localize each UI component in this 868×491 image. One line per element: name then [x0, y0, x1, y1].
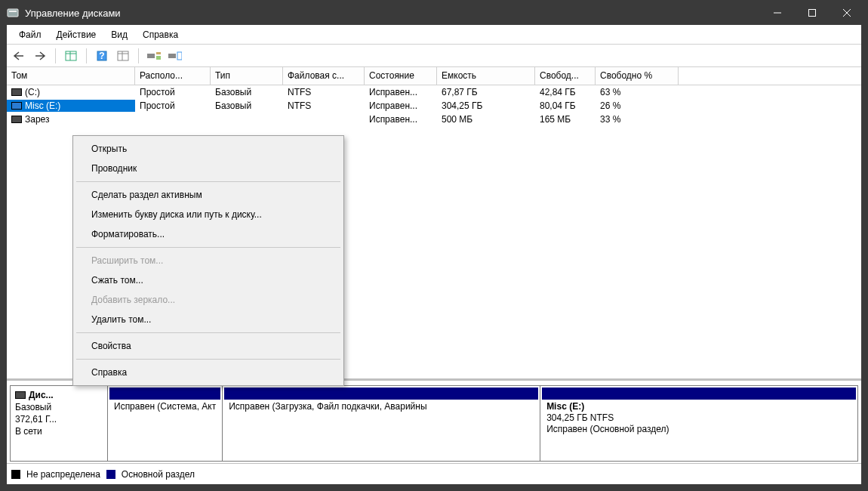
- partition-header: [109, 388, 220, 400]
- list-header: Том Располо... Тип Файловая с... Состоян…: [7, 67, 861, 85]
- drive-icon: [11, 116, 22, 123]
- vol-name: Misc (E:): [25, 100, 60, 111]
- ctx-explorer[interactable]: Проводник: [75, 159, 342, 178]
- refresh-icon[interactable]: [114, 47, 132, 65]
- separator: [55, 48, 56, 63]
- disk-graphical-view: Дис... Базовый 372,61 Г... В сети Исправ…: [7, 380, 861, 463]
- col-status[interactable]: Состояние: [365, 67, 437, 85]
- disk-info[interactable]: Дис... Базовый 372,61 Г... В сети: [10, 385, 108, 462]
- back-button[interactable]: [10, 47, 28, 65]
- vol-name: (C:): [25, 87, 40, 97]
- ctx-delete[interactable]: Удалить том...: [75, 310, 342, 329]
- list-row[interactable]: (C:) Простой Базовый NTFS Исправен... 67…: [7, 85, 861, 99]
- partition-header: [542, 388, 856, 400]
- ctx-format[interactable]: Форматировать...: [75, 224, 342, 244]
- svg-rect-16: [156, 56, 161, 60]
- list-body: (C:) Простой Базовый NTFS Исправен... 67…: [7, 85, 861, 126]
- ctx-open[interactable]: Открыть: [75, 139, 342, 159]
- ctx-separator: [76, 359, 340, 360]
- svg-rect-3: [809, 10, 816, 17]
- col-layout[interactable]: Располо...: [135, 67, 211, 85]
- ctx-help[interactable]: Справка: [75, 363, 342, 382]
- partition-box[interactable]: Исправен (Загрузка, Файл подкачки, Авари…: [223, 385, 540, 462]
- ctx-extend: Расширить том...: [75, 251, 342, 270]
- legend-primary-swatch: [106, 470, 115, 479]
- col-type[interactable]: Тип: [211, 67, 283, 85]
- legend-primary-label: Основной раздел: [122, 469, 195, 480]
- ctx-mirror: Добавить зеркало...: [75, 290, 342, 310]
- ctx-make-active[interactable]: Сделать раздел активным: [75, 185, 342, 205]
- svg-rect-17: [168, 54, 176, 58]
- svg-rect-14: [147, 54, 155, 58]
- col-capacity[interactable]: Емкость: [437, 67, 535, 85]
- partition-header: [224, 388, 538, 400]
- list-icon[interactable]: [145, 47, 163, 65]
- ctx-separator: [76, 332, 340, 333]
- menu-view[interactable]: Вид: [103, 26, 135, 43]
- window-title: Управление дисками: [25, 8, 760, 19]
- maximize-button[interactable]: [795, 1, 830, 25]
- toolbar: ?: [7, 45, 861, 67]
- svg-rect-0: [8, 9, 18, 17]
- menu-help[interactable]: Справка: [135, 26, 186, 43]
- help-icon[interactable]: ?: [93, 47, 111, 65]
- col-free[interactable]: Свобод...: [535, 67, 596, 85]
- app-icon: [7, 7, 19, 19]
- svg-rect-15: [156, 52, 161, 54]
- properties-icon[interactable]: [62, 47, 80, 65]
- col-fs[interactable]: Файловая с...: [283, 67, 365, 85]
- legend: Не распределена Основной раздел: [7, 463, 861, 484]
- minimize-button[interactable]: [760, 1, 795, 25]
- ctx-separator: [76, 181, 340, 182]
- legend-unallocated-swatch: [11, 470, 20, 479]
- col-volume[interactable]: Том: [7, 67, 135, 85]
- svg-rect-18: [177, 52, 182, 60]
- separator: [138, 48, 139, 63]
- drive-icon: [11, 88, 22, 96]
- drive-icon: [11, 102, 22, 110]
- ctx-properties[interactable]: Свойства: [75, 336, 342, 356]
- menu-file[interactable]: Файл: [11, 26, 49, 43]
- menubar: Файл Действие Вид Справка: [7, 25, 861, 45]
- list-row[interactable]: Зарез Исправен... 500 МБ 165 МБ 33 %: [7, 113, 861, 126]
- forward-button[interactable]: [31, 47, 49, 65]
- menu-action[interactable]: Действие: [49, 26, 104, 43]
- svg-rect-1: [9, 11, 17, 12]
- list-row[interactable]: Misc (E:) Простой Базовый NTFS Исправен.…: [7, 99, 861, 113]
- legend-unallocated-label: Не распределена: [26, 469, 100, 480]
- svg-text:?: ?: [99, 51, 104, 61]
- context-menu: Открыть Проводник Сделать раздел активны…: [72, 135, 344, 386]
- app-window: Управление дисками Файл Действие Вид Спр…: [0, 0, 868, 491]
- ctx-change-letter[interactable]: Изменить букву диска или путь к диску...: [75, 205, 342, 224]
- separator: [86, 48, 87, 63]
- svg-rect-11: [118, 51, 128, 60]
- close-button[interactable]: [830, 1, 864, 25]
- partition-box[interactable]: Исправен (Система, Акт: [108, 385, 223, 462]
- col-pct[interactable]: Свободно %: [596, 67, 679, 85]
- disk-icon: [15, 391, 26, 399]
- partition-box[interactable]: Misc (E:) 304,25 ГБ NTFS Исправен (Основ…: [540, 385, 858, 462]
- detail-icon[interactable]: [166, 47, 184, 65]
- svg-rect-6: [66, 51, 76, 60]
- ctx-shrink[interactable]: Сжать том...: [75, 270, 342, 290]
- vol-name: Зарез: [25, 114, 50, 125]
- ctx-separator: [76, 247, 340, 248]
- titlebar: Управление дисками: [1, 1, 867, 25]
